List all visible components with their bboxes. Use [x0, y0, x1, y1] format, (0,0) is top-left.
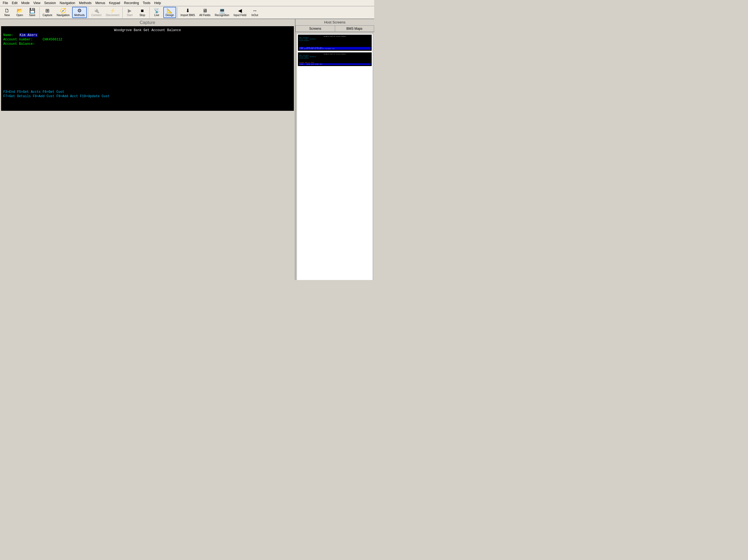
capture-section: Capture Woodgrove Bank Get Account Balan… [0, 19, 295, 280]
methods-icon: ⚙ [77, 8, 81, 13]
open-label: Open [16, 14, 23, 17]
sep4 [149, 7, 150, 18]
input-field-button[interactable]: ◀ Input Field [232, 7, 248, 18]
account-number-label: Account number: [3, 38, 33, 42]
start-button[interactable]: ▶ Start [124, 7, 136, 18]
capture-icon: ⊞ [45, 8, 49, 13]
live-button[interactable]: 📡 Live [151, 7, 163, 18]
navigation-icon: 🧭 [60, 8, 66, 13]
connect-label: Connect [91, 14, 101, 17]
connect-button[interactable]: 🔌 Connect [89, 7, 103, 18]
all-fields-label: All Fields [200, 14, 211, 17]
input-field-icon: ◀ [238, 8, 242, 13]
sep5 [177, 7, 178, 18]
recognition-button[interactable]: 💻 Recognition [213, 7, 231, 18]
stop-icon: ■ [141, 8, 144, 13]
thumb1-content: Woodgrove Bank Get Account Balance Name:… [299, 36, 371, 47]
methods-label: Methods [74, 14, 85, 17]
account-number-value: CHK4566112 [43, 38, 62, 42]
terminal-keys-2: F7=Get Details F8=Add Cust F9=Add Acct F… [3, 94, 292, 98]
sep1 [39, 7, 40, 18]
import-bms-button[interactable]: ⬇ Import BMS [179, 7, 197, 18]
menu-navigation[interactable]: Navigation [58, 1, 77, 5]
open-button[interactable]: 📂 Open [14, 7, 26, 18]
design-button[interactable]: 📐 Design [163, 7, 176, 18]
menu-keypad[interactable]: Keypad [107, 1, 122, 5]
live-label: Live [154, 14, 159, 17]
name-value: Kim Akers [19, 33, 38, 37]
open-icon: 📂 [17, 8, 23, 13]
screen-thumbnail-1[interactable]: Woodgrove Bank Get Account Balance Name:… [298, 35, 372, 51]
all-fields-icon: 🖥 [202, 8, 207, 13]
screens-tab[interactable]: Screens [296, 25, 335, 32]
all-fields-button[interactable]: 🖥 All Fields [197, 7, 212, 18]
menu-view[interactable]: View [32, 1, 42, 5]
terminal-name-row: Name: Kim Akers [3, 33, 292, 37]
disconnect-icon: ⚡ [110, 8, 116, 13]
connect-icon: 🔌 [93, 8, 99, 13]
menu-tools[interactable]: Tools [141, 1, 152, 5]
recognition-label: Recognition [215, 14, 229, 17]
terminal-account-row: Account number: CHK4566112 [3, 38, 292, 42]
stop-button[interactable]: ■ Stop [136, 7, 148, 18]
menu-methods[interactable]: Methods [77, 1, 93, 5]
host-screens-panel: Host Screens Screens BMS Maps Woodgrove … [295, 19, 374, 280]
thumb1-bar: F1=End F5=Get Accts F6=Get CustF7=Get De… [299, 47, 371, 50]
bms-maps-tab[interactable]: BMS Maps [335, 25, 374, 32]
input-field-label: Input Field [233, 14, 246, 17]
screen-thumbnails: Woodgrove Bank Get Account Balance Name:… [297, 33, 373, 280]
save-label: Save [29, 14, 36, 17]
terminal-title: Woodgrove Bank Get Account Balance [3, 28, 292, 32]
inout-icon: ↔ [252, 8, 257, 13]
name-label: Name: [3, 33, 13, 37]
save-button[interactable]: 💾 Save [26, 7, 38, 18]
menu-session[interactable]: Session [43, 1, 57, 5]
menu-bar: File Edit Mode View Session Navigation M… [0, 0, 374, 6]
live-icon: 📡 [154, 8, 160, 13]
terminal-screen: Woodgrove Bank Get Account Balance Name:… [1, 26, 294, 111]
terminal-balance-row: Account Balance: [3, 42, 292, 46]
menu-file[interactable]: File [1, 1, 9, 5]
inout-button[interactable]: ↔ InOut [249, 7, 261, 18]
import-bms-label: Import BMS [181, 14, 195, 17]
host-screens-title: Host Screens [296, 19, 374, 25]
screens-tabs: Screens BMS Maps [296, 25, 374, 32]
stop-label: Stop [140, 14, 145, 17]
save-icon: 💾 [29, 8, 35, 13]
menu-menus[interactable]: Menus [94, 1, 107, 5]
main-area: Capture Woodgrove Bank Get Account Balan… [0, 19, 374, 280]
inout-label: InOut [252, 14, 258, 17]
menu-help[interactable]: Help [153, 1, 163, 5]
sep2 [88, 7, 88, 18]
new-icon: 🗋 [5, 8, 9, 13]
navigation-button[interactable]: 🧭 Navigation [55, 7, 72, 18]
recognition-icon: 💻 [219, 8, 225, 13]
new-button[interactable]: 🗋 New [1, 7, 13, 18]
start-icon: ▶ [128, 8, 132, 13]
import-bms-icon: ⬇ [186, 8, 190, 13]
account-balance-label: Account Balance: [3, 42, 35, 46]
capture-button[interactable]: ⊞ Capture [41, 7, 54, 18]
screen-thumbnail-2[interactable]: Woodgrove Bank Get Account Balance Name:… [298, 52, 372, 66]
thumb2-content: Woodgrove Bank Get Account Balance Name:… [299, 53, 371, 63]
capture-label: Capture [43, 14, 52, 17]
menu-mode[interactable]: Mode [20, 1, 31, 5]
design-icon: 📐 [167, 8, 172, 13]
navigation-label: Navigation [57, 14, 70, 17]
left-area: Capture Woodgrove Bank Get Account Balan… [0, 19, 295, 280]
design-label: Design [165, 14, 174, 17]
thumb2-bar: F1=End F5=Get Accts F6=Get Cust [299, 63, 371, 65]
sep3 [122, 7, 123, 18]
capture-title: Capture [1, 20, 294, 25]
new-label: New [4, 14, 10, 17]
disconnect-button[interactable]: ⚡ Disconnect [104, 7, 121, 18]
methods-button[interactable]: ⚙ Methods [72, 7, 87, 18]
start-label: Start [127, 14, 133, 17]
disconnect-label: Disconnect [106, 14, 119, 17]
menu-edit[interactable]: Edit [10, 1, 19, 5]
menu-recording[interactable]: Recording [122, 1, 141, 5]
toolbar: 🗋 New 📂 Open 💾 Save ⊞ Capture 🧭 Navigati… [0, 6, 374, 19]
terminal-keys-1: F3=End F5=Get Accts F6=Get Cust [3, 90, 292, 94]
